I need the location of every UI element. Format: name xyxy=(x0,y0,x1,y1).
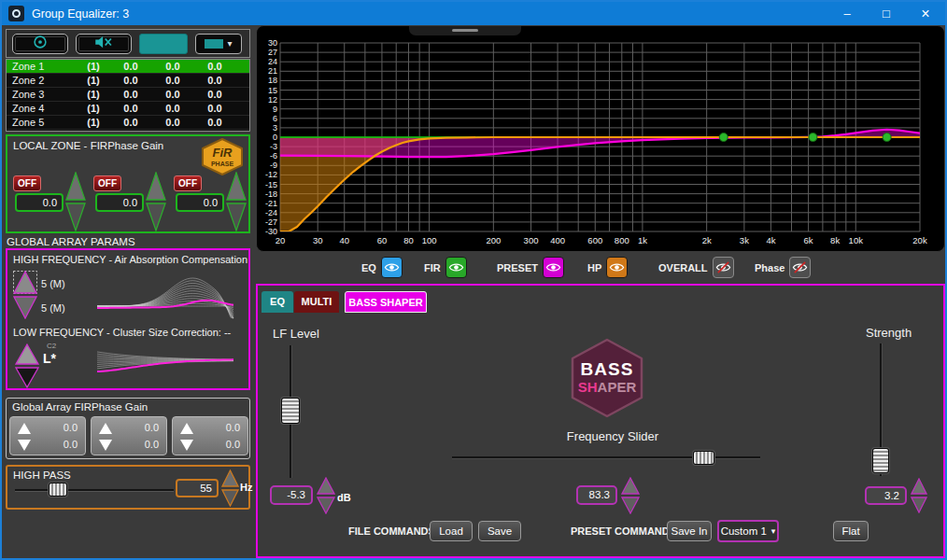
svg-text:PHASE: PHASE xyxy=(211,161,233,167)
svg-text:8k: 8k xyxy=(830,235,840,245)
svg-text:24: 24 xyxy=(268,57,277,66)
lf-spinner[interactable] xyxy=(15,343,39,392)
zone-value: 0.0 xyxy=(109,75,152,86)
global-gain-panel: Global Array FIRPhase Gain 0.00.00.00.00… xyxy=(6,398,250,459)
save-button[interactable]: Save xyxy=(478,521,521,541)
eye-icon[interactable] xyxy=(606,257,628,278)
gain-bottom-value: 0.0 xyxy=(64,439,78,450)
high-pass-slider-thumb[interactable] xyxy=(49,483,67,497)
eq-graph-panel: -30-27-24-21-18-15-12-9-6-30369121518212… xyxy=(256,25,945,252)
frequency-value[interactable]: 83.3 xyxy=(576,485,617,505)
svg-text:27: 27 xyxy=(268,48,277,57)
high-pass-slider-track[interactable] xyxy=(15,489,174,492)
firphase-gain-value[interactable]: 0.0 xyxy=(15,193,64,212)
strength-slider-thumb[interactable] xyxy=(872,448,889,473)
mute-button[interactable] xyxy=(76,34,132,54)
power-icon xyxy=(33,35,48,53)
bass-shaper-panel: EQMULTIBASS SHAPER LF Level -5.3 dB BASS… xyxy=(256,284,945,558)
zone-value: 0.0 xyxy=(193,117,236,128)
save-in-button[interactable]: Save In xyxy=(667,521,712,541)
strength-value[interactable]: 3.2 xyxy=(865,486,907,505)
hf-compensation-graph xyxy=(95,271,235,319)
firphase-off-button[interactable]: OFF xyxy=(13,175,41,191)
curve-toggle-label: EQ xyxy=(361,262,376,273)
maximize-button[interactable]: □ xyxy=(867,2,906,25)
firphase-gain-spinner[interactable] xyxy=(65,172,86,235)
gain-diamond-icon xyxy=(179,422,194,452)
svg-text:60: 60 xyxy=(377,235,388,245)
tab-bass-shaper[interactable]: BASS SHAPER xyxy=(345,291,427,313)
power-button[interactable] xyxy=(12,34,68,54)
global-gain-cell[interactable]: 0.00.0 xyxy=(172,416,248,455)
gain-top-value: 0.0 xyxy=(64,422,78,433)
zone-value: 0.0 xyxy=(193,103,236,114)
tab-multi[interactable]: MULTI xyxy=(294,291,339,313)
eq-graph[interactable]: -30-27-24-21-18-15-12-9-6-30369121518212… xyxy=(257,26,946,253)
bass-shaper-logo: BASS SHAPER xyxy=(567,338,647,422)
flat-button[interactable]: Flat xyxy=(833,521,869,541)
svg-text:12: 12 xyxy=(268,95,277,105)
table-row[interactable]: Zone 2(1)0.00.00.0 xyxy=(7,74,249,88)
firphase-gain-value[interactable]: 0.0 xyxy=(176,193,224,212)
strength-label: Strength xyxy=(866,326,912,340)
table-row[interactable]: Zone 1(1)0.00.00.0 xyxy=(7,60,249,74)
strength-spinner[interactable] xyxy=(911,478,927,517)
high-pass-spinner[interactable] xyxy=(221,469,239,511)
high-pass-panel: HIGH PASS 55 Hz xyxy=(6,465,250,510)
firphase-off-button[interactable]: OFF xyxy=(93,175,121,191)
minimize-button[interactable]: – xyxy=(827,2,867,25)
lf-level-value[interactable]: -5.3 xyxy=(270,485,313,505)
tab-eq[interactable]: EQ xyxy=(261,291,293,313)
hf-spinner[interactable] xyxy=(13,271,37,323)
zone-color-swatch[interactable] xyxy=(139,34,188,54)
table-row[interactable]: Zone 4(1)0.00.00.0 xyxy=(7,102,249,116)
firphase-gain-value[interactable]: 0.0 xyxy=(95,193,144,212)
zone-name: Zone 3 xyxy=(7,89,78,100)
curve-toggle-preset: PRESET xyxy=(497,257,564,278)
preset-select[interactable]: Custom 1 ▾ xyxy=(717,520,779,542)
firphase-gain-spinner[interactable] xyxy=(146,172,166,235)
zone-value: 0.0 xyxy=(109,89,152,100)
firphase-channel: OFF0.0 xyxy=(93,172,168,233)
eye-icon[interactable] xyxy=(713,257,734,278)
eye-icon[interactable] xyxy=(445,257,467,278)
svg-text:800: 800 xyxy=(615,235,629,245)
zone-value: 0.0 xyxy=(152,75,193,86)
global-array-panel: HIGH FREQUENCY - Air Absorption Compensa… xyxy=(6,248,250,390)
close-button[interactable]: × xyxy=(906,2,945,25)
svg-text:300: 300 xyxy=(524,235,539,245)
svg-text:-9: -9 xyxy=(270,161,277,170)
table-row[interactable]: Zone 5(1)0.00.00.0 xyxy=(7,116,249,130)
eye-icon[interactable] xyxy=(381,257,403,278)
curve-toggle-fir: FIR xyxy=(424,257,467,278)
gain-top-value: 0.0 xyxy=(226,422,240,433)
svg-text:9: 9 xyxy=(273,105,277,114)
firphase-off-button[interactable]: OFF xyxy=(174,175,202,191)
curve-toggle-label: OVERALL xyxy=(658,262,708,273)
lf-level-spinner[interactable] xyxy=(317,477,335,518)
global-array-header: GLOBAL ARRAY PARAMS xyxy=(7,236,135,247)
global-gain-cell[interactable]: 0.00.0 xyxy=(9,416,86,455)
eye-icon[interactable] xyxy=(543,257,564,278)
firphase-gain-spinner[interactable] xyxy=(226,172,247,235)
table-row[interactable]: Zone 3(1)0.00.00.0 xyxy=(7,88,249,102)
zone-value: 0.0 xyxy=(152,117,193,128)
color-dropdown[interactable]: ▾ xyxy=(195,34,242,54)
lf-level-unit: dB xyxy=(337,492,351,503)
frequency-spinner[interactable] xyxy=(621,477,640,518)
lf-level-slider-thumb[interactable] xyxy=(281,398,300,424)
svg-text:-6: -6 xyxy=(270,151,277,161)
svg-text:10k: 10k xyxy=(849,235,864,245)
hf-down-label: 5 (M) xyxy=(41,302,65,314)
app-icon xyxy=(8,6,24,21)
svg-text:-3: -3 xyxy=(270,142,277,151)
high-pass-value[interactable]: 55 xyxy=(176,479,219,497)
global-gain-cell[interactable]: 0.00.0 xyxy=(91,416,167,455)
lf-level-label: LF Level xyxy=(273,327,319,341)
eye-icon[interactable] xyxy=(789,257,811,278)
hf-title: HIGH FREQUENCY - Air Absorption Compensa… xyxy=(13,254,247,265)
load-button[interactable]: Load xyxy=(430,521,473,541)
graph-collapse-handle[interactable] xyxy=(409,26,521,35)
hf-up-label: 5 (M) xyxy=(41,278,65,289)
frequency-slider-thumb[interactable] xyxy=(693,451,714,465)
